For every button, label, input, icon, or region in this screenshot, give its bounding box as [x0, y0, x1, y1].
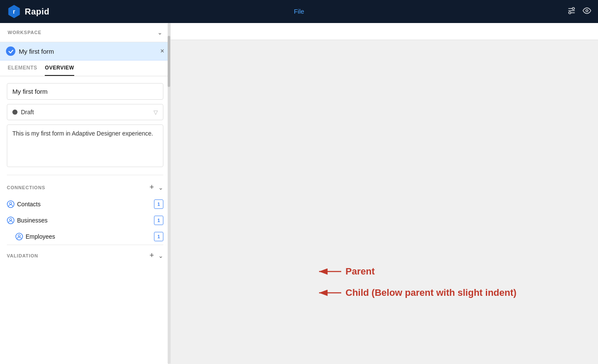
connection-contacts-badge: 1 — [154, 199, 163, 209]
workspace-label: WORKSPACE — [8, 30, 41, 35]
active-tab[interactable]: My first form × — [0, 42, 170, 61]
connection-businesses-name: Businesses — [17, 217, 48, 224]
active-tab-check-icon — [6, 46, 15, 56]
file-menu[interactable]: File — [294, 8, 304, 15]
status-dot — [12, 110, 17, 115]
tools-icon[interactable] — [567, 6, 576, 17]
validation-label: VALIDATION — [7, 253, 38, 258]
annotation-overlay: Parent Child (Below parent with slight i… — [171, 40, 598, 364]
logo: r Rapid — [7, 4, 49, 19]
connections-chevron-icon[interactable]: ⌄ — [158, 184, 163, 191]
child-annotation: Child (Below parent with slight indent) — [316, 287, 517, 298]
divider — [7, 175, 163, 175]
connections-add-button[interactable]: + — [149, 183, 154, 192]
main-layout: WORKSPACE ⌄ My first form × ELEMENTS OVE… — [0, 23, 598, 364]
connection-employees-icon — [15, 233, 23, 240]
parent-arrow-icon — [316, 267, 341, 276]
topnav-right — [567, 6, 591, 17]
sidebar-content: Draft ▽ This is my first form in Adaptiv… — [0, 76, 170, 364]
status-text: Draft — [21, 109, 34, 116]
connection-contacts-name: Contacts — [17, 201, 41, 208]
connections-label: CONNECTIONS — [7, 185, 45, 190]
connection-contacts[interactable]: Contacts 1 — [7, 196, 163, 212]
child-arrow-icon — [316, 289, 341, 297]
workspace-chevron-icon[interactable]: ⌄ — [157, 29, 163, 36]
topnav-center: File — [294, 8, 304, 15]
tab-overview[interactable]: OVERVIEW — [45, 61, 74, 76]
description-textarea[interactable]: This is my first form in Adaptive Design… — [7, 124, 163, 167]
sidebar-scrollbar-thumb — [168, 36, 170, 87]
tab-elements[interactable]: ELEMENTS — [8, 61, 37, 76]
workspace-header: WORKSPACE ⌄ — [0, 23, 170, 42]
svg-point-7 — [586, 9, 588, 12]
topnav: r Rapid File — [0, 0, 598, 23]
status-dropdown-icon: ▽ — [154, 109, 158, 116]
svg-point-13 — [18, 235, 20, 237]
connection-employees[interactable]: Employees 1 — [7, 228, 163, 245]
connections-list: Contacts 1 Businesses 1 — [7, 196, 163, 245]
svg-point-5 — [572, 7, 575, 9]
active-tab-label: My first form — [19, 48, 157, 55]
connection-contacts-icon — [7, 200, 15, 208]
svg-point-9 — [10, 202, 12, 205]
connection-employees-name: Employees — [26, 233, 55, 240]
validation-add-button[interactable]: + — [149, 251, 154, 260]
svg-point-11 — [10, 219, 12, 221]
connection-businesses-badge: 1 — [154, 216, 163, 225]
parent-annotation: Parent — [316, 266, 374, 277]
connection-businesses[interactable]: Businesses 1 — [7, 212, 163, 228]
logo-text: Rapid — [25, 7, 49, 17]
preview-icon[interactable] — [583, 6, 591, 17]
validation-chevron-icon[interactable]: ⌄ — [158, 252, 163, 259]
svg-point-6 — [569, 12, 571, 14]
sidebar: WORKSPACE ⌄ My first form × ELEMENTS OVE… — [0, 23, 171, 364]
canvas-top-bar — [171, 23, 598, 40]
child-annotation-label: Child (Below parent with slight indent) — [345, 287, 517, 298]
validation-section-header: VALIDATION + ⌄ — [7, 245, 163, 266]
active-tab-close-button[interactable]: × — [160, 48, 164, 55]
svg-text:r: r — [13, 8, 15, 15]
parent-annotation-label: Parent — [345, 266, 374, 277]
connection-businesses-icon — [7, 217, 15, 224]
logo-icon: r — [7, 4, 21, 19]
connections-section-header: CONNECTIONS + ⌄ — [7, 177, 163, 196]
canvas-area: Parent Child (Below parent with slight i… — [171, 23, 598, 364]
subtabs: ELEMENTS OVERVIEW — [0, 61, 170, 76]
connection-employees-badge: 1 — [154, 232, 163, 241]
sidebar-scrollbar[interactable] — [168, 23, 170, 364]
form-title-input[interactable] — [7, 83, 163, 100]
status-select[interactable]: Draft ▽ — [7, 104, 163, 120]
